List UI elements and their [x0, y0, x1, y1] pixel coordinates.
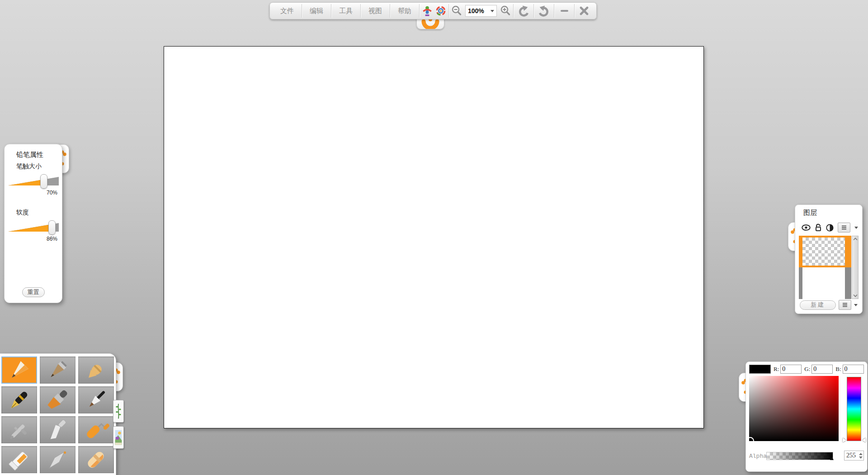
tool-wood-pencil[interactable]: [40, 356, 75, 384]
drawing-canvas[interactable]: [164, 46, 704, 428]
slider-value: 86%: [47, 236, 57, 242]
slider-value: 70%: [47, 190, 57, 196]
alpha-slider[interactable]: [766, 452, 833, 460]
toolbar-separator: [448, 4, 449, 18]
wood-pencil-icon: [42, 358, 74, 382]
toolbar-separator: [513, 4, 514, 18]
zoom-in-button[interactable]: [499, 4, 512, 18]
toolbar-separator: [574, 4, 575, 18]
menu-item-1[interactable]: 编辑: [303, 4, 330, 18]
layer-scrollbar[interactable]: [852, 236, 859, 299]
tool-fountain-pen[interactable]: [1, 386, 37, 413]
picture-stamp-icon: [114, 428, 123, 447]
b-label: B:: [835, 366, 841, 373]
hue-marker-left[interactable]: [843, 438, 846, 442]
close-button[interactable]: [576, 4, 593, 18]
slider-track[interactable]: [8, 176, 59, 187]
layer-unlock-icon[interactable]: [815, 223, 822, 232]
undo-button[interactable]: [514, 4, 533, 18]
tool-paint-jar[interactable]: [1, 446, 37, 473]
tool-eraser[interactable]: [78, 446, 114, 473]
plant-stamp-button[interactable]: [113, 400, 124, 423]
alpha-value-box: [844, 451, 864, 461]
tool-paint-roller[interactable]: [78, 416, 114, 443]
chevron-down-icon[interactable]: [854, 227, 858, 229]
menu-item-0[interactable]: 文件: [274, 4, 301, 18]
color-picker-panel: R: G: B: Alpha: [745, 361, 868, 472]
alpha-input[interactable]: [846, 452, 858, 459]
tool-sharp-pencil[interactable]: [1, 356, 37, 384]
zoom-level-value: 100%: [468, 7, 484, 14]
minimize-button[interactable]: [555, 4, 573, 18]
layers-options-menu-button[interactable]: [839, 300, 851, 310]
rainbow-figure-icon[interactable]: [420, 4, 434, 18]
menu-container: 文件编辑工具视图帮助: [274, 4, 418, 18]
slider-0: 笔触大小70%: [5, 162, 62, 208]
sliders-container: 笔触大小70%软度86%: [5, 162, 62, 254]
tool-grid: [1, 356, 114, 473]
reset-button[interactable]: 重置: [22, 287, 45, 297]
crayon-icon: [80, 358, 113, 382]
sharp-pencil-icon: [3, 358, 36, 382]
hue-bar[interactable]: [847, 377, 861, 441]
alpha-marker[interactable]: [830, 456, 834, 460]
alpha-spinner: [859, 453, 863, 459]
scroll-down-icon[interactable]: [853, 294, 858, 297]
layer-thumbnail: [802, 238, 845, 266]
rainbow-globe-icon[interactable]: [434, 4, 448, 18]
layer-1-selected[interactable]: [799, 236, 851, 267]
saturation-value-field[interactable]: [749, 376, 839, 441]
tool-crayon[interactable]: [78, 356, 114, 384]
tool-palette-knife[interactable]: [40, 416, 75, 443]
layer-visibility-eye-icon[interactable]: [802, 224, 811, 231]
spinner-up-icon[interactable]: [859, 453, 863, 455]
tool-palette-panel: [0, 353, 116, 475]
zoom-level-dropdown[interactable]: 100%: [465, 5, 497, 17]
g-label: G:: [804, 366, 810, 373]
slider-handle[interactable]: [48, 220, 56, 235]
rgb-row: R: G: B:: [749, 364, 865, 374]
paint-roller-icon: [80, 418, 113, 442]
chevron-down-icon: [491, 10, 494, 12]
pencil-properties-panel: 铅笔属性 笔触大小70%软度86% 重置: [4, 144, 62, 303]
new-layer-button[interactable]: 新建: [800, 300, 836, 310]
zoom-out-button[interactable]: [450, 4, 463, 18]
slider-track[interactable]: [8, 222, 59, 233]
layer-contrast-icon[interactable]: [826, 224, 834, 232]
scroll-up-icon[interactable]: [853, 238, 858, 241]
sv-cursor[interactable]: [749, 437, 754, 441]
layers-toolbar: [802, 222, 859, 233]
b-input[interactable]: [843, 365, 864, 374]
main-toolbar: 文件编辑工具视图帮助 100%: [269, 2, 597, 19]
toolbar-separator: [302, 4, 302, 18]
palette-knife-icon: [42, 418, 74, 442]
tool-airbrush[interactable]: [1, 416, 37, 443]
chevron-down-icon[interactable]: [854, 304, 858, 306]
menu-item-2[interactable]: 工具: [332, 4, 359, 18]
slider-handle[interactable]: [40, 174, 47, 189]
layer-mode-menu-button[interactable]: [838, 223, 850, 233]
tool-blade[interactable]: [40, 446, 75, 473]
tool-flat-brush[interactable]: [40, 386, 75, 413]
flat-brush-icon: [42, 388, 74, 412]
airbrush-icon: [3, 418, 36, 442]
slider-label: 软度: [16, 209, 29, 217]
ink-brush-icon: [80, 388, 113, 412]
alpha-label: Alpha: [749, 453, 767, 460]
spinner-down-icon[interactable]: [859, 456, 863, 459]
layers-bottom-bar: 新建: [800, 300, 859, 310]
close-icon: [580, 6, 589, 15]
menu-item-4[interactable]: 帮助: [391, 4, 418, 18]
picture-stamp-button[interactable]: [113, 426, 124, 449]
menu-item-3[interactable]: 视图: [362, 4, 389, 18]
hue-marker-right[interactable]: [862, 438, 866, 442]
eraser-icon: [80, 447, 113, 472]
minimize-icon: [561, 10, 568, 12]
g-input[interactable]: [811, 365, 833, 374]
layer-2[interactable]: [799, 267, 851, 299]
r-input[interactable]: [780, 365, 802, 374]
redo-button[interactable]: [535, 4, 553, 18]
toolbar-separator: [554, 4, 554, 18]
tool-ink-brush[interactable]: [78, 386, 114, 413]
slider-label: 笔触大小: [16, 162, 42, 171]
